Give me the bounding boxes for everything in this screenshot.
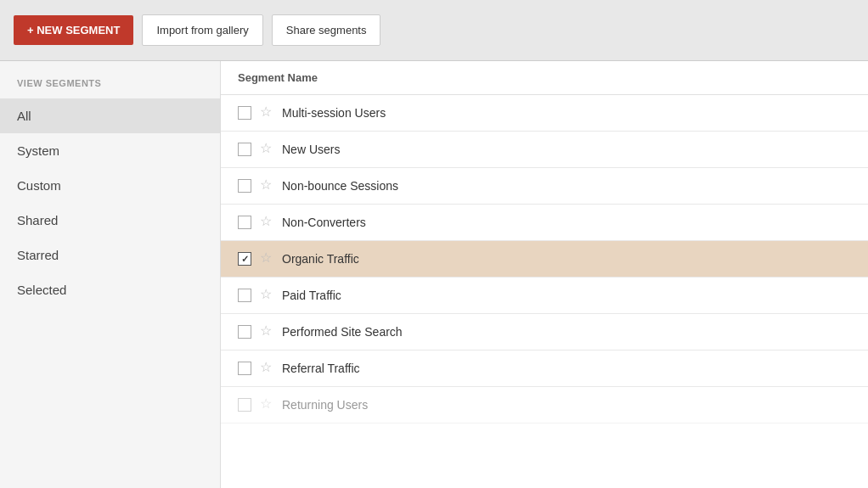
- table-row[interactable]: ☆Returning Users: [221, 387, 868, 423]
- star-icon[interactable]: ☆: [260, 105, 275, 121]
- main-container: + NEW SEGMENT Import from gallery Share …: [0, 0, 868, 488]
- table-row[interactable]: ☆Referral Traffic: [221, 351, 868, 387]
- row-label: Organic Traffic: [282, 252, 359, 266]
- row-label: Referral Traffic: [282, 362, 360, 375]
- import-from-gallery-button[interactable]: Import from gallery: [142, 14, 262, 46]
- row-checkbox[interactable]: [238, 289, 251, 302]
- row-label: New Users: [282, 143, 340, 156]
- row-label: Returning Users: [282, 398, 368, 412]
- star-icon[interactable]: ☆: [260, 361, 275, 376]
- row-label: Non-bounce Sessions: [282, 179, 398, 193]
- row-checkbox[interactable]: [238, 143, 251, 156]
- star-icon[interactable]: ☆: [260, 324, 275, 339]
- sidebar-item-selected[interactable]: Selected: [0, 272, 220, 307]
- row-checkbox[interactable]: [238, 362, 251, 375]
- view-segments-label: VIEW SEGMENTS: [0, 78, 220, 98]
- sidebar-item-custom[interactable]: Custom: [0, 168, 220, 203]
- sidebar-item-starred[interactable]: Starred: [0, 238, 220, 272]
- star-icon[interactable]: ☆: [260, 142, 275, 157]
- row-label: Multi-session Users: [282, 106, 386, 120]
- sidebar-item-all[interactable]: All: [0, 98, 220, 133]
- star-icon[interactable]: ☆: [260, 178, 275, 194]
- content-area: VIEW SEGMENTS AllSystemCustomSharedStarr…: [0, 61, 868, 488]
- table-row[interactable]: ☆Organic Traffic: [221, 241, 868, 278]
- sidebar-item-shared[interactable]: Shared: [0, 203, 220, 238]
- table-area: Segment Name ☆Multi-session Users☆New Us…: [221, 61, 868, 488]
- sidebar: VIEW SEGMENTS AllSystemCustomSharedStarr…: [0, 61, 221, 488]
- table-header: Segment Name: [221, 61, 868, 95]
- share-segments-button[interactable]: Share segments: [272, 14, 381, 46]
- table-row[interactable]: ☆Non-bounce Sessions: [221, 168, 868, 205]
- table-row[interactable]: ☆Non-Converters: [221, 205, 868, 241]
- toolbar: + NEW SEGMENT Import from gallery Share …: [0, 0, 868, 61]
- row-checkbox[interactable]: [238, 252, 251, 266]
- star-icon[interactable]: ☆: [260, 288, 275, 303]
- row-checkbox[interactable]: [238, 179, 251, 193]
- star-icon[interactable]: ☆: [260, 397, 275, 412]
- star-icon[interactable]: ☆: [260, 215, 275, 230]
- row-label: Paid Traffic: [282, 289, 341, 302]
- row-checkbox[interactable]: [238, 325, 251, 339]
- row-checkbox[interactable]: [238, 216, 251, 229]
- new-segment-button[interactable]: + NEW SEGMENT: [14, 15, 133, 45]
- row-checkbox[interactable]: [238, 106, 251, 120]
- table-row[interactable]: ☆Performed Site Search: [221, 314, 868, 351]
- row-label: Performed Site Search: [282, 325, 403, 339]
- table-row[interactable]: ☆New Users: [221, 132, 868, 168]
- table-row[interactable]: ☆Paid Traffic: [221, 278, 868, 314]
- row-checkbox[interactable]: [238, 398, 251, 412]
- sidebar-item-system[interactable]: System: [0, 133, 220, 168]
- star-icon[interactable]: ☆: [260, 251, 275, 266]
- table-row[interactable]: ☆Multi-session Users: [221, 95, 868, 132]
- row-label: Non-Converters: [282, 216, 366, 229]
